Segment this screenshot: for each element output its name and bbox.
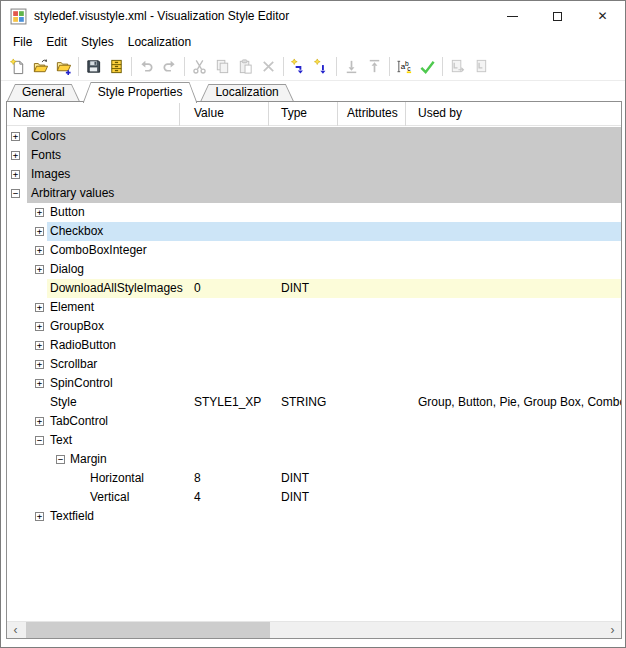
expander-plus-icon[interactable]: + xyxy=(35,417,44,426)
column-header-name[interactable]: Name xyxy=(7,102,180,126)
expander-plus-icon[interactable]: + xyxy=(11,151,20,160)
tree-row-tabcontrol[interactable]: +TabControl xyxy=(7,412,621,431)
tree-row-arbitrary-values[interactable]: −Arbitrary values xyxy=(7,184,621,203)
expander-plus-icon[interactable]: + xyxy=(35,341,44,350)
app-window: styledef.visustyle.xml - Visualization S… xyxy=(0,0,626,648)
tree-row-horizontal[interactable]: Horizontal8DINT xyxy=(7,469,621,488)
scroll-right-button[interactable]: › xyxy=(604,622,621,638)
expander-plus-icon[interactable]: + xyxy=(35,227,44,236)
tree-row-vertical[interactable]: Vertical4DINT xyxy=(7,488,621,507)
toolbar-open-file-button[interactable] xyxy=(29,55,52,78)
tree-row-style[interactable]: StyleSTYLE1_XPSTRINGGroup, Button, Pie, … xyxy=(7,393,621,412)
toolbar-open-add-button[interactable] xyxy=(52,55,75,78)
expander-plus-icon[interactable]: + xyxy=(11,170,20,179)
row-name: DownloadAllStyleImages xyxy=(50,279,183,298)
expander-plus-icon[interactable]: + xyxy=(35,360,44,369)
expander-plus-icon[interactable]: + xyxy=(35,208,44,217)
expander-minus-icon[interactable]: − xyxy=(56,455,65,464)
tab-localization[interactable]: Localization xyxy=(200,84,293,101)
column-header-attributes[interactable]: Attributes xyxy=(338,102,406,126)
tree-row-groupbox[interactable]: +GroupBox xyxy=(7,317,621,336)
maximize-button[interactable] xyxy=(535,1,580,31)
toolbar-insert-below-button[interactable] xyxy=(310,55,333,78)
column-header-used-by[interactable]: Used by xyxy=(406,102,621,126)
tree-row-images[interactable]: +Images xyxy=(7,165,621,184)
toolbar-insert-child-button[interactable] xyxy=(287,55,310,78)
row-name: GroupBox xyxy=(50,317,104,336)
close-icon: ✕ xyxy=(597,10,607,22)
row-highlight xyxy=(27,165,621,184)
toolbar-separator xyxy=(336,57,337,76)
row-name: Horizontal xyxy=(90,469,144,488)
row-value: STYLE1_XP xyxy=(194,393,261,412)
toolbar-rename-button[interactable]: abc xyxy=(393,55,416,78)
column-header-value[interactable]: Value xyxy=(180,102,269,126)
rename-icon: abc xyxy=(396,58,413,75)
tree-row-element[interactable]: +Element xyxy=(7,298,621,317)
property-tree: +Colors+Fonts+Images−Arbitrary values+Bu… xyxy=(7,127,621,621)
expander-plus-icon[interactable]: + xyxy=(35,322,44,331)
menu-file[interactable]: File xyxy=(6,31,39,53)
tree-row-checkbox[interactable]: +Checkbox xyxy=(7,222,621,241)
scrollbar-track[interactable] xyxy=(24,622,604,638)
window-controls: ✕ xyxy=(490,1,625,31)
row-highlight xyxy=(47,222,621,241)
tree-row-radiobutton[interactable]: +RadioButton xyxy=(7,336,621,355)
tab-label: Localization xyxy=(200,84,293,100)
toolbar: abc xyxy=(1,53,625,81)
tree-row-fonts[interactable]: +Fonts xyxy=(7,146,621,165)
menu-styles[interactable]: Styles xyxy=(74,31,121,53)
move-up-icon xyxy=(366,58,383,75)
tree-row-textfield[interactable]: +Textfield xyxy=(7,507,621,526)
row-highlight xyxy=(27,127,621,146)
expander-plus-icon[interactable]: + xyxy=(35,379,44,388)
expander-plus-icon[interactable]: + xyxy=(35,246,44,255)
expander-minus-icon[interactable]: − xyxy=(11,189,20,198)
redo-icon xyxy=(161,58,178,75)
expander-minus-icon[interactable]: − xyxy=(35,436,44,445)
tab-label: General xyxy=(7,84,80,100)
tree-row-downloadallstyleimages[interactable]: DownloadAllStyleImages0DINT xyxy=(7,279,621,298)
toolbar-delete-button xyxy=(257,55,280,78)
tab-strip: GeneralStyle PropertiesLocalization xyxy=(1,81,625,102)
tree-row-dialog[interactable]: +Dialog xyxy=(7,260,621,279)
save-icon xyxy=(85,58,102,75)
row-type: DINT xyxy=(281,469,309,488)
row-name: Button xyxy=(50,203,85,222)
tab-general[interactable]: General xyxy=(7,84,80,101)
row-name: Arbitrary values xyxy=(31,184,114,203)
row-name: Scrollbar xyxy=(50,355,97,374)
toolbar-validate-button[interactable] xyxy=(416,55,439,78)
scrollbar-thumb[interactable] xyxy=(26,622,270,638)
minimize-button[interactable] xyxy=(490,1,535,31)
row-name: Text xyxy=(50,431,72,450)
tab-style-properties[interactable]: Style Properties xyxy=(83,82,198,103)
row-used-by: Group, Button, Pie, Group Box, Combo Bo xyxy=(418,393,621,412)
toolbar-save-archive-button[interactable] xyxy=(105,55,128,78)
expander-plus-icon[interactable]: + xyxy=(35,512,44,521)
expander-plus-icon[interactable]: + xyxy=(35,265,44,274)
move-down-icon xyxy=(343,58,360,75)
minimize-icon xyxy=(507,16,518,17)
expander-plus-icon[interactable]: + xyxy=(11,132,20,141)
row-type: STRING xyxy=(281,393,326,412)
toolbar-cut-button xyxy=(188,55,211,78)
column-header-type[interactable]: Type xyxy=(269,102,338,126)
toolbar-new-file-button[interactable] xyxy=(6,55,29,78)
toolbar-save-button[interactable] xyxy=(82,55,105,78)
tree-row-text[interactable]: −Text xyxy=(7,431,621,450)
menu-edit[interactable]: Edit xyxy=(39,31,74,53)
tree-row-spincontrol[interactable]: +SpinControl xyxy=(7,374,621,393)
toolbar-move-up-button xyxy=(363,55,386,78)
expander-plus-icon[interactable]: + xyxy=(35,303,44,312)
close-button[interactable]: ✕ xyxy=(580,1,625,31)
tree-row-comboboxinteger[interactable]: +ComboBoxInteger xyxy=(7,241,621,260)
scroll-left-button[interactable]: ‹ xyxy=(7,622,24,638)
row-name: Style xyxy=(50,393,77,412)
tree-row-scrollbar[interactable]: +Scrollbar xyxy=(7,355,621,374)
horizontal-scrollbar[interactable]: ‹ › xyxy=(7,621,621,638)
tree-row-button[interactable]: +Button xyxy=(7,203,621,222)
tree-row-colors[interactable]: +Colors xyxy=(7,127,621,146)
menu-localization[interactable]: Localization xyxy=(121,31,198,53)
tree-row-margin[interactable]: −Margin xyxy=(7,450,621,469)
